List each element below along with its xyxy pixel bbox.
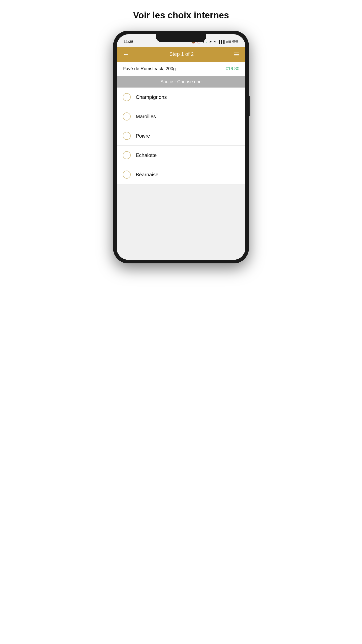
menu-button[interactable]: [234, 53, 239, 56]
sauce-section-title: Sauce - Choose one: [160, 79, 202, 84]
battery-icon: 66%: [232, 40, 238, 43]
option-label-poivre: Poivre: [136, 133, 150, 139]
header-title: Step 1 of 2: [169, 51, 194, 57]
item-price: €16.80: [225, 66, 239, 71]
page-title: Voir les choix internes: [133, 10, 229, 21]
radio-maroilles[interactable]: [123, 112, 131, 120]
menu-line-2: [234, 54, 239, 55]
content-area: Pavé de Rumsteack, 200g €16.80 Sauce - C…: [117, 62, 245, 260]
radio-poivre[interactable]: [123, 132, 131, 140]
sauce-section-header: Sauce - Choose one: [117, 76, 245, 88]
radio-champignons[interactable]: [123, 93, 131, 101]
phone-frame: 11:35 🔕 ⏰ ● ↓ ➤ ✴ ▐▐▐ wifi 66% ← Step 1 …: [113, 31, 249, 263]
battery-percentage: 66%: [232, 40, 238, 43]
bottom-empty-area: [117, 184, 245, 260]
item-name: Pavé de Rumsteack, 200g: [123, 66, 176, 71]
menu-line-3: [234, 56, 239, 56]
phone-notch: [156, 34, 206, 42]
signal-icon: ▐▐▐: [218, 40, 225, 44]
item-header: Pavé de Rumsteack, 200g €16.80: [117, 62, 245, 76]
download-icon: ↓: [206, 40, 208, 44]
radio-echalotte[interactable]: [123, 151, 131, 159]
location-icon: ➤: [209, 40, 212, 44]
option-label-bearnaise: Béarnaise: [136, 172, 158, 178]
option-label-echalotte: Echalotte: [136, 152, 157, 158]
phone-screen: 11:35 🔕 ⏰ ● ↓ ➤ ✴ ▐▐▐ wifi 66% ← Step 1 …: [117, 34, 245, 260]
app-header: ← Step 1 of 2: [117, 47, 245, 62]
bluetooth-icon: ✴: [213, 40, 216, 44]
options-list: Champignons Maroilles Poivre Echalotte B: [117, 88, 245, 184]
wifi-icon: wifi: [226, 40, 231, 44]
option-label-maroilles: Maroilles: [136, 114, 156, 119]
option-echalotte[interactable]: Echalotte: [117, 146, 245, 165]
radio-bearnaise[interactable]: [123, 171, 131, 179]
status-time: 11:35: [124, 39, 133, 44]
option-poivre[interactable]: Poivre: [117, 126, 245, 146]
menu-line-1: [234, 53, 239, 53]
option-label-champignons: Champignons: [136, 94, 167, 100]
back-button[interactable]: ←: [123, 50, 129, 58]
option-maroilles[interactable]: Maroilles: [117, 107, 245, 126]
option-bearnaise[interactable]: Béarnaise: [117, 165, 245, 184]
option-champignons[interactable]: Champignons: [117, 88, 245, 107]
